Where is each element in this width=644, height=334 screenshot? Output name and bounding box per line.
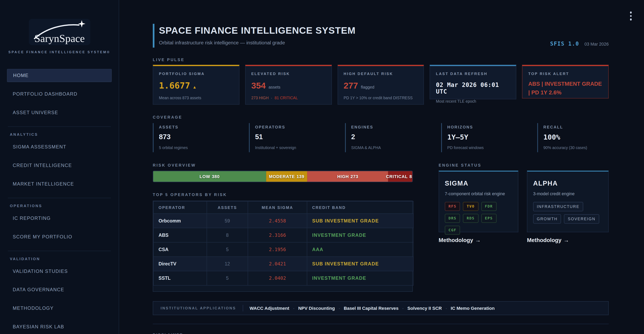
sidebar-item-home[interactable]: HOME xyxy=(7,69,112,82)
credit-band: SUB INVESTMENT GRADE xyxy=(307,214,414,228)
table-row: ABS 8 2.3166 INVESTMENT GRADE xyxy=(154,228,414,242)
elevated-risk-value: 354 xyxy=(251,81,266,91)
sidebar-item-sigma-assessment[interactable]: SIGMA ASSESSMENT xyxy=(7,140,112,153)
dot-separator: · xyxy=(293,306,294,311)
app-basel: Basel III Capital Reserves xyxy=(344,306,398,311)
badge-eps: EPS xyxy=(481,214,496,223)
engine-panel-alpha: ALPHA 3-model credit engine INFRASTRUCTU… xyxy=(527,171,609,232)
col-credit-band: CREDIT BAND xyxy=(307,201,414,214)
asset-count: 12 xyxy=(207,257,248,271)
badge-fdr: FDR xyxy=(481,202,496,211)
horizontal-divider xyxy=(153,324,609,324)
operator-name: ABS xyxy=(154,228,207,242)
card-label: TOP RISK ALERT xyxy=(528,72,602,76)
sarynspace-logo-icon: SarynSpace xyxy=(28,19,90,45)
critical-count: 81 CRITICAL xyxy=(274,96,298,100)
sidebar-item-validation-studies[interactable]: VALIDATION STUDIES xyxy=(7,265,112,278)
brand-name: SarynSpace xyxy=(34,32,84,44)
asset-count: 8 xyxy=(207,228,248,242)
star-icon xyxy=(78,20,86,28)
stat-caption: 5 orbital regimes xyxy=(159,145,245,150)
title-accent-bar xyxy=(153,24,154,48)
app-npv: NPV Discounting xyxy=(298,306,335,311)
sidebar-item-data-governance[interactable]: DATA GOVERNANCE xyxy=(7,283,112,296)
card-high-default-risk: HIGH DEFAULT RISK 277 flagged PD 1Y > 10… xyxy=(337,65,424,104)
disclaimer-label: DISCLAIMER xyxy=(153,333,609,334)
risk-distribution-bar: LOW380 MODERATE139 HIGH273 CRITICAL81 xyxy=(153,171,413,182)
portfolio-sigma-value: 1.6677 xyxy=(159,81,190,91)
nav-section-operations: OPERATIONS xyxy=(7,204,112,208)
main-content: SPACE FINANCE INTELLIGENCE SYSTEM Orbita… xyxy=(120,0,644,334)
mean-sigma: 2.0421 xyxy=(248,257,307,271)
dot-separator: · xyxy=(271,96,272,100)
applications-label: INSTITUTIONAL APPLICATIONS xyxy=(160,306,236,310)
top-operators-label: TOP 5 OPERATORS BY RISK xyxy=(153,192,413,197)
nav-divider xyxy=(8,251,111,251)
coverage-label: COVERAGE xyxy=(153,115,609,119)
sidebar-item-market-intelligence[interactable]: MARKET INTELLIGENCE xyxy=(7,177,112,190)
stat-value: 100% xyxy=(544,133,629,141)
institutional-applications-bar: INSTITUTIONAL APPLICATIONS WACC Adjustme… xyxy=(153,301,609,315)
coverage-operators: OPERATORS 51 Institutional + sovereign xyxy=(249,123,345,152)
header-date: 03 Mar 2026 xyxy=(584,41,609,46)
sidebar-item-score-my-portfolio[interactable]: SCORE MY PORTFOLIO xyxy=(7,230,112,243)
card-last-data-refresh: LAST DATA REFRESH 02 Mar 2026 06:01 UTC … xyxy=(430,65,516,99)
alpha-methodology-link[interactable]: Methodology→ xyxy=(527,237,609,243)
table-row: Orbcomm 59 2.4558 SUB INVESTMENT GRADE xyxy=(154,214,414,228)
operator-name: Orbcomm xyxy=(154,214,207,228)
operator-name: DirecTV xyxy=(154,257,207,271)
coverage-row: ASSETS 873 5 orbital regimes OPERATORS 5… xyxy=(153,123,633,152)
card-caption: 273 HIGH · 81 CRITICAL xyxy=(251,96,326,100)
stat-value: 873 xyxy=(159,133,245,141)
credit-band: AAA xyxy=(307,242,414,257)
sidebar-item-asset-universe[interactable]: ASSET UNIVERSE xyxy=(7,106,112,119)
coverage-engines: ENGINES 2 SIGMA & ALPHA xyxy=(345,123,441,152)
card-label: HIGH DEFAULT RISK xyxy=(344,72,418,76)
engine-name: ALPHA xyxy=(533,180,602,187)
badge-sovereign: SOVEREIGN xyxy=(564,214,599,224)
sidebar-item-bayesian-risk-lab[interactable]: BAYESIAN RISK LAB xyxy=(7,320,112,333)
nav-divider xyxy=(8,126,111,127)
value-suffix: assets xyxy=(268,85,280,89)
kebab-menu-icon[interactable] xyxy=(628,10,633,22)
sidebar-item-portfolio-dashboard[interactable]: PORTFOLIO DASHBOARD xyxy=(7,87,112,100)
card-portfolio-sigma: PORTFOLIO SIGMA 1.6677 ▲ Mean across 873… xyxy=(153,65,240,104)
stat-caption: Institutional + sovereign xyxy=(255,145,341,150)
col-mean-sigma: MEAN SIGMA xyxy=(248,201,307,214)
risk-segment-low: LOW380 xyxy=(153,171,266,182)
stat-value: 1Y–5Y xyxy=(447,133,533,141)
dot-separator: · xyxy=(338,306,340,311)
badge-rfs: RFS xyxy=(445,202,460,211)
stat-label: ENGINES xyxy=(351,125,437,129)
engine-name: SIGMA xyxy=(445,180,512,187)
asset-count: 5 xyxy=(207,242,248,257)
nav-divider xyxy=(8,198,111,198)
sidebar: SarynSpace SPACE FINANCE INTELLIGENCE SY… xyxy=(0,0,119,334)
nav-section-validation: VALIDATION xyxy=(7,257,112,261)
sidebar-item-ic-reporting[interactable]: IC REPORTING xyxy=(7,212,112,225)
mean-sigma: 2.0402 xyxy=(248,271,307,285)
sigma-methodology-link[interactable]: Methodology→ xyxy=(439,237,518,243)
stat-label: RECALL xyxy=(544,125,629,129)
page-title: SPACE FINANCE INTELLIGENCE SYSTEM xyxy=(159,24,356,36)
asset-count: 59 xyxy=(207,214,248,228)
header-meta: SFIS 1.0 03 Mar 2026 xyxy=(550,40,609,47)
dot-separator: · xyxy=(446,306,447,311)
card-caption: PD 1Y > 10% or credit band DISTRESS xyxy=(344,96,418,100)
stat-label: OPERATORS xyxy=(255,125,341,129)
stat-caption: PD forecast windows xyxy=(447,145,533,150)
top-risk-alert-value: ABS | INVESTMENT GRADE | PD 1Y 2.6% xyxy=(528,80,602,97)
engine-panels: SIGMA 7-component orbital risk engine RF… xyxy=(439,171,609,232)
mean-sigma: 2.1956 xyxy=(248,242,307,257)
live-pulse-cards: PORTFOLIO SIGMA 1.6677 ▲ Mean across 873… xyxy=(153,65,609,104)
page-header: SPACE FINANCE INTELLIGENCE SYSTEM Orbita… xyxy=(153,24,609,48)
sidebar-item-credit-intelligence[interactable]: CREDIT INTELLIGENCE xyxy=(7,159,112,172)
table-header-row: OPERATOR ASSETS MEAN SIGMA CREDIT BAND xyxy=(154,201,414,214)
stat-caption: 90% accuracy (30 cases) xyxy=(544,145,629,150)
app-ic-memo: IC Memo Generation xyxy=(451,306,495,311)
sidebar-item-methodology[interactable]: METHODOLOGY xyxy=(7,302,112,315)
table-row: SSTL 5 2.0402 INVESTMENT GRADE xyxy=(154,271,414,285)
card-top-risk-alert: TOP RISK ALERT ABS | INVESTMENT GRADE | … xyxy=(522,65,609,98)
card-label: LAST DATA REFRESH xyxy=(436,72,510,76)
app-solvency: Solvency II SCR xyxy=(408,306,442,311)
